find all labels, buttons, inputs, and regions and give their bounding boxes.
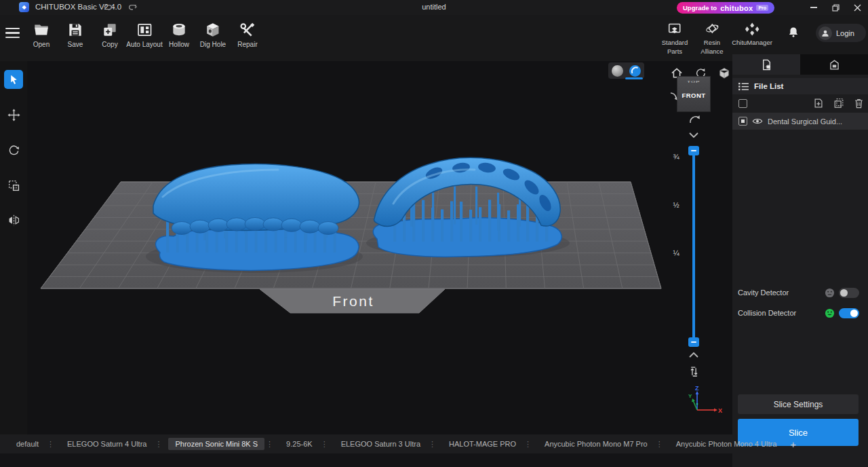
copy-label: Copy — [102, 41, 117, 48]
layer-slider-track[interactable] — [692, 149, 695, 343]
model-dental-guide-1[interactable] — [153, 164, 359, 271]
standard-parts-button[interactable]: Standard Parts — [662, 21, 688, 56]
printer-tab-mono4[interactable]: Anycubic Photon Mono 4 Ultra — [669, 438, 784, 450]
printer-tab-halot-mage[interactable]: HALOT-MAGE PRO — [442, 438, 523, 450]
slider-mark-half: ½ — [673, 201, 679, 209]
active-view-underline — [625, 77, 643, 79]
auto-layout-label: Auto Layout — [126, 41, 162, 48]
auto-layout-button[interactable]: Auto Layout — [126, 21, 162, 48]
mirror-tool-button[interactable] — [4, 210, 23, 229]
printer-tab-default[interactable]: default — [9, 438, 45, 450]
repair-button[interactable]: Repair — [237, 21, 257, 48]
hollow-label: Hollow — [169, 41, 189, 48]
duplicate-file-icon[interactable] — [833, 98, 844, 109]
visibility-eye-icon[interactable] — [752, 117, 763, 125]
tab-menu-icon[interactable]: ⋮ — [321, 440, 328, 449]
tab-file-settings[interactable] — [732, 54, 800, 75]
printer-tab-mono-m7[interactable]: Anycubic Photon Mono M7 Pro — [538, 438, 654, 450]
front-label: Front — [332, 293, 374, 309]
tab-menu-icon[interactable]: ⋮ — [656, 440, 663, 449]
raft-2 — [373, 218, 561, 257]
pro-badge: Pro — [756, 5, 768, 11]
hollow-button[interactable]: Hollow — [169, 21, 189, 48]
open-button[interactable]: Open — [33, 21, 50, 48]
notification-bell-icon[interactable] — [787, 26, 800, 39]
layer-step-up-icon[interactable] — [688, 352, 699, 358]
resin-alliance-icon — [704, 21, 720, 37]
slice-settings-button[interactable]: Slice Settings — [738, 394, 859, 414]
select-all-checkbox[interactable] — [738, 99, 747, 108]
view-cube-top-label[interactable]: TOP — [677, 80, 710, 83]
rotate-tool-button[interactable] — [4, 141, 23, 160]
copy-button[interactable]: Copy — [101, 21, 119, 48]
move-tool-button[interactable] — [4, 105, 23, 124]
standard-parts-label-1: Standard — [662, 39, 688, 46]
select-tool-button[interactable] — [4, 70, 23, 89]
menu-icon[interactable] — [5, 28, 20, 38]
ortho-view-icon[interactable] — [629, 65, 641, 77]
rotate-bottom-arrow-icon[interactable] — [688, 114, 701, 126]
dig-hole-button[interactable]: Dig Hole — [200, 21, 226, 48]
upgrade-pro-button[interactable]: Upgrade to chitubox Pro — [677, 2, 774, 14]
view-cube-front-label[interactable]: FRONT — [677, 92, 710, 99]
view-cube[interactable]: TOP FRONT — [677, 76, 711, 112]
close-icon[interactable] — [851, 1, 863, 14]
file-list-icon — [738, 82, 749, 91]
chitumanager-button[interactable]: ChituManager — [732, 21, 772, 46]
file-gear-icon — [760, 58, 773, 71]
iso-view-cube-icon[interactable] — [717, 67, 731, 80]
mirror-icon — [7, 214, 20, 227]
collision-status-face-icon — [825, 308, 835, 318]
tab-printer-settings[interactable] — [800, 54, 868, 75]
login-label: Login — [836, 29, 854, 37]
avatar-icon — [818, 26, 832, 40]
rotate-left-arrow-icon[interactable] — [667, 91, 679, 103]
file-list-item[interactable]: Dental Surgical Guid... — [732, 113, 868, 130]
axis-y-label: Y — [688, 393, 692, 399]
tab-menu-icon[interactable]: ⋮ — [266, 440, 273, 449]
resin-alliance-label-1: Resin — [704, 39, 720, 46]
app-logo-icon: ◆ — [19, 2, 29, 12]
perspective-view-icon[interactable] — [612, 65, 623, 77]
upgrade-prefix: Upgrade to — [683, 4, 717, 12]
printer-tab-saturn3[interactable]: ELEGOO Saturn 3 Ultra — [334, 438, 427, 450]
file-list-toolbar — [732, 95, 868, 111]
cavity-detector-label: Cavity Detector — [738, 288, 789, 297]
resin-alliance-button[interactable]: Resin Alliance — [701, 21, 723, 56]
add-printer-button[interactable]: + — [790, 438, 796, 450]
add-file-icon[interactable] — [813, 98, 824, 109]
auto-layout-icon — [136, 21, 153, 39]
hollow-cylinder-icon — [170, 21, 188, 39]
axis-x-label: X — [718, 407, 722, 414]
scale-tool-button[interactable] — [4, 176, 23, 195]
layer-step-down-icon[interactable] — [688, 132, 699, 138]
save-button[interactable]: Save — [66, 21, 84, 48]
layer-slider-upper-handle[interactable] — [688, 146, 699, 155]
redo-icon[interactable] — [127, 2, 138, 12]
minimize-icon[interactable] — [808, 1, 820, 14]
fit-height-icon[interactable] — [688, 365, 701, 378]
layer-slider-lower-handle[interactable] — [688, 337, 699, 347]
standard-parts-label-2: Parts — [667, 48, 682, 55]
printer-tab-saturn4[interactable]: ELEGOO Saturn 4 Ultra — [60, 438, 153, 450]
standard-parts-icon — [667, 21, 683, 37]
file-item-name: Dental Surgical Guid... — [768, 117, 842, 126]
viewport-3d[interactable]: Front TOP FRONT ¾ ½ ¼ — [27, 61, 732, 434]
collision-detector-toggle[interactable] — [839, 308, 859, 318]
slice-settings-label: Slice Settings — [774, 400, 823, 409]
undo-icon[interactable] — [103, 2, 113, 12]
scale-icon — [7, 179, 20, 192]
panel-tab-bar — [732, 54, 868, 75]
login-button[interactable]: Login — [816, 24, 866, 42]
printer-tab-925-6k[interactable]: 9.25-6K — [279, 438, 319, 450]
tab-menu-icon[interactable]: ⋮ — [47, 440, 54, 449]
cavity-detector-toggle[interactable] — [839, 288, 859, 298]
tab-menu-icon[interactable]: ⋮ — [524, 440, 532, 449]
tab-menu-icon[interactable]: ⋮ — [155, 440, 162, 449]
printer-tab-phrozen-active[interactable]: Phrozen Sonic Mini 8K S — [168, 438, 264, 450]
repair-label: Repair — [237, 41, 257, 48]
file-item-checkbox[interactable] — [738, 117, 747, 126]
tab-menu-icon[interactable]: ⋮ — [429, 440, 436, 449]
delete-file-icon[interactable] — [854, 98, 864, 109]
restore-icon[interactable] — [829, 1, 842, 14]
